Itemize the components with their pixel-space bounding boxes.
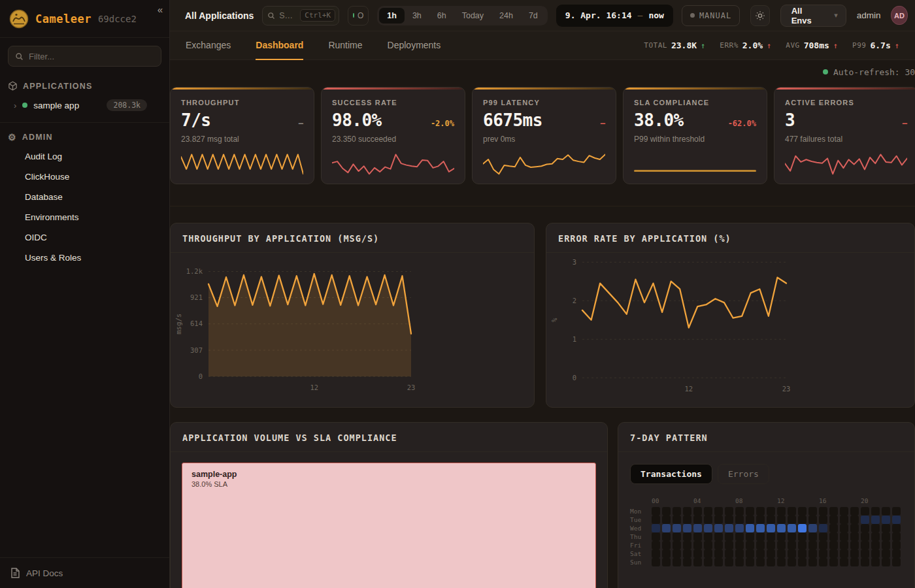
sidebar-item-sample-app[interactable]: › sample app 208.3k	[0, 95, 169, 116]
heatmap-hour-label: 08	[735, 497, 775, 504]
kpi-sparkline	[181, 151, 303, 176]
heatmap-row-wed: Wed	[630, 524, 903, 532]
range-button-24h[interactable]: 24h	[491, 8, 521, 24]
stat-value: 2.0%	[742, 41, 763, 50]
kpi-sparkline	[332, 151, 454, 176]
heatmap-cell	[756, 507, 765, 515]
sidebar-item-api-docs[interactable]: API Docs	[0, 557, 169, 588]
range-button-6h[interactable]: 6h	[429, 8, 454, 24]
stat-total: TOTAL23.8K↑	[644, 41, 705, 50]
heatmap-cell	[798, 524, 807, 532]
document-icon	[10, 568, 20, 578]
heatmap-day-label: Mon	[630, 508, 650, 515]
kpi-row: THROUGHPUT7/s–23.827 msg totalSUCCESS RA…	[170, 87, 915, 184]
svg-text:3: 3	[573, 258, 576, 266]
heatmap-cell	[871, 515, 880, 524]
chevron-down-icon: ▾	[834, 11, 838, 20]
kpi-value-row: 7/s–	[181, 110, 303, 130]
sidebar-item-clickhouse[interactable]: ClickHouse	[0, 167, 169, 187]
treemap-node-sample-app[interactable]: sample-app 38.0% SLA	[182, 463, 596, 588]
heatmap-cell	[882, 532, 890, 541]
heatmap-cell	[798, 558, 807, 566]
toggle-transactions[interactable]: Transactions	[630, 464, 712, 484]
auto-refresh-row: Auto-refresh: 30s	[170, 65, 915, 78]
svg-text:2: 2	[573, 297, 576, 304]
heatmap-cell	[683, 507, 691, 515]
heatmap-cell	[746, 532, 754, 541]
global-search[interactable]: Ctrl+K	[262, 6, 339, 25]
svg-text:23: 23	[407, 383, 416, 391]
trend-arrow-icon: ↑	[767, 41, 771, 50]
heatmap-cell	[788, 558, 796, 566]
heatmap-cell	[714, 532, 723, 541]
heatmap-cell	[777, 507, 786, 515]
stat-value: 23.8K	[671, 41, 697, 50]
heatmap-cell	[871, 558, 880, 566]
date-range-display[interactable]: 9. Apr. 16:14 – now	[556, 5, 673, 27]
search-input[interactable]	[279, 11, 296, 20]
admin-nav: Audit LogClickHouseDatabaseEnvironmentsO…	[0, 146, 169, 268]
heatmap-cell	[882, 515, 890, 524]
sidebar-item-audit-log[interactable]: Audit Log	[0, 146, 169, 167]
heatmap-cell	[683, 549, 691, 558]
heatmap-cell	[850, 507, 859, 515]
heatmap-hour-labels: 000408121620	[630, 497, 903, 504]
live-status-button[interactable]: O	[348, 6, 369, 25]
heatmap-cell	[683, 558, 691, 566]
heatmap-cell	[714, 515, 723, 524]
kpi-card-active-errors: ACTIVE ERRORS3–477 failures total	[774, 87, 915, 184]
heatmap-cell	[683, 524, 691, 532]
throughput-chart-card: THROUGHPUT BY APPLICATION (MSG/S) 030761…	[170, 223, 535, 408]
toggle-errors[interactable]: Errors	[718, 464, 769, 484]
heatmap-cell	[777, 532, 786, 541]
heatmap-cell	[861, 532, 869, 541]
error-rate-chart-card: ERROR RATE BY APPLICATION (%) 01231223%	[546, 223, 915, 408]
avatar[interactable]: AD	[891, 6, 907, 25]
manual-refresh-button[interactable]: MANUAL	[682, 5, 740, 26]
sidebar-item-oidc[interactable]: OIDC	[0, 227, 169, 248]
heatmap-cell	[871, 549, 880, 558]
heatmap-cell	[829, 524, 838, 532]
heatmap-cell	[882, 507, 890, 515]
filter-input[interactable]	[29, 52, 154, 61]
api-docs-label: API Docs	[26, 568, 63, 578]
tab-deployments[interactable]: Deployments	[388, 31, 441, 60]
tab-stats: TOTAL23.8K↑ERR%2.0%↑AVG708ms↑P996.7s↑	[644, 31, 899, 59]
range-button-1h[interactable]: 1h	[379, 8, 405, 24]
heatmap-day-label: Fri	[630, 542, 650, 549]
heatmap-cell	[746, 507, 754, 515]
brand-name: Cameleer	[35, 12, 92, 25]
heatmap-cell	[714, 549, 723, 558]
tab-exchanges[interactable]: Exchanges	[186, 31, 231, 60]
heatmap-row-mon: Mon	[630, 507, 903, 515]
heatmap-cell	[725, 532, 733, 541]
heatmap-cell	[767, 524, 775, 532]
tab-dashboard[interactable]: Dashboard	[256, 31, 303, 60]
sidebar-collapse-icon[interactable]: «	[158, 4, 163, 15]
sidebar-item-environments[interactable]: Environments	[0, 207, 169, 227]
heatmap-cell	[861, 558, 869, 566]
sidebar-item-users-roles[interactable]: Users & Roles	[0, 248, 169, 268]
range-button-7d[interactable]: 7d	[521, 8, 546, 24]
heatmap-cell	[840, 532, 848, 541]
admin-label-text: ADMIN	[22, 133, 53, 142]
stat-label: TOTAL	[644, 41, 667, 50]
theme-toggle-button[interactable]	[750, 5, 769, 26]
applications-section-label: APPLICATIONS	[0, 74, 169, 95]
sidebar-item-database[interactable]: Database	[0, 187, 169, 207]
range-button-today[interactable]: Today	[454, 8, 491, 24]
svg-text:0: 0	[199, 372, 203, 380]
kpi-label: P99 LATENCY	[483, 99, 605, 106]
volume-sla-panel: APPLICATION VOLUME VS SLA COMPLIANCE sam…	[170, 422, 608, 588]
range-button-3h[interactable]: 3h	[405, 8, 429, 24]
heatmap-rows: MonTueWedThuFriSatSun	[630, 507, 903, 566]
kpi-delta: –	[601, 119, 605, 128]
heatmap-cell	[871, 524, 880, 532]
heatmap-cell	[662, 541, 671, 549]
sidebar-filter	[8, 46, 161, 67]
heatmap-cell	[808, 558, 817, 566]
environment-select[interactable]: All Envs ▾	[780, 5, 846, 27]
heatmap-cell	[882, 558, 890, 566]
sun-icon	[755, 10, 765, 21]
tab-runtime[interactable]: Runtime	[328, 31, 362, 60]
